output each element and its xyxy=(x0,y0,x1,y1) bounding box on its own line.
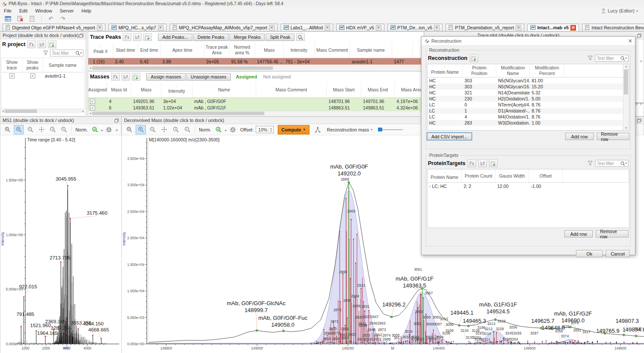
column-header[interactable]: ˆPeak # xyxy=(88,42,113,58)
zoom-in-icon[interactable] xyxy=(136,125,146,134)
dock-pin-icon[interactable] xyxy=(79,34,84,37)
export-grid-icon[interactable] xyxy=(132,73,140,81)
tab-close-icon[interactable]: ✕ xyxy=(570,25,576,31)
modification-row[interactable]: LC1D1(Amidated/-...8.76 xyxy=(427,108,629,114)
add-csv-import-button[interactable]: Add CSV import... xyxy=(427,133,472,140)
add-row-button[interactable]: Add row xyxy=(564,230,593,237)
toolbar-overflow-icon[interactable]: » xyxy=(115,127,119,132)
column-header[interactable]: Trace peak Area xyxy=(204,42,229,58)
zoom-prev-icon[interactable] xyxy=(170,125,181,134)
tab-close-icon[interactable]: ✕ xyxy=(158,25,164,31)
tab-ptm-de-ion-v5[interactable]: PTM_De...ion_v5✕ xyxy=(387,24,443,31)
filter-funnel-icon[interactable] xyxy=(588,161,593,166)
project-panel-header[interactable]: Project (double click to dock / undock) xyxy=(0,32,86,39)
unassign-masses-button[interactable]: Unassign masses xyxy=(186,73,231,81)
assign-masses-button[interactable]: Assign masses xyxy=(146,73,186,81)
redo-icon[interactable]: ↷ xyxy=(58,15,68,23)
compute-button[interactable]: Compute ▼ xyxy=(278,125,310,134)
reconstruction-filter-input[interactable]: Text filter ▾ xyxy=(595,55,629,62)
column-header[interactable]: Mass End xyxy=(361,82,395,97)
column-header[interactable]: Sample name xyxy=(43,58,83,72)
protein-targets-filter-input[interactable]: Text filter ▾ xyxy=(595,160,629,167)
sort-descending-icon[interactable] xyxy=(123,33,131,41)
tab-close-icon[interactable]: ✕ xyxy=(434,25,440,31)
column-header[interactable]: Mass Comment xyxy=(256,82,327,97)
column-header[interactable]: Gauss Width xyxy=(495,169,529,182)
trace-peak-row[interactable]: ›1 (15)3.405.423.892e+0591.58 %147756.45… xyxy=(88,58,424,65)
masses-view-assigned[interactable]: Assigned xyxy=(236,74,257,79)
tab-close-icon[interactable]: ✕ xyxy=(376,25,381,31)
offset-spinner[interactable]: 10%▲▼ xyxy=(256,126,274,133)
zoom-prev-icon[interactable] xyxy=(48,125,58,134)
settings-gear-icon[interactable] xyxy=(104,125,114,134)
menu-item-edit[interactable]: Edit xyxy=(15,8,31,13)
modification-row[interactable]: LC4M4(Oxidation/1...8.76 xyxy=(427,114,629,120)
export-grid-icon[interactable] xyxy=(143,33,152,41)
menu-item-server[interactable]: Server xyxy=(56,8,77,13)
settings-gear-icon[interactable] xyxy=(228,125,238,134)
peak-pick-icon[interactable] xyxy=(313,125,323,134)
filter-funnel-icon[interactable] xyxy=(588,56,593,61)
pan-icon[interactable] xyxy=(37,125,46,134)
project-filter-input[interactable]: Text filter ▾ xyxy=(50,50,84,56)
dialog-close-icon[interactable]: ✕ xyxy=(628,38,632,44)
modification-row[interactable]: HC303N5(NGlycan/16...15.20 xyxy=(427,84,629,90)
sample-row[interactable]: ✓✓avastin1-1 xyxy=(2,72,84,79)
sort-ascending-icon[interactable] xyxy=(478,159,487,167)
sort-ascending-icon[interactable] xyxy=(133,33,142,41)
user-menu[interactable]: Lucy (Editor) ▾ xyxy=(601,8,644,13)
offset-slider[interactable] xyxy=(378,126,403,134)
modification-row[interactable]: HC283W3(Dioxidation...1.00 xyxy=(427,120,629,126)
zoom-next-icon[interactable] xyxy=(182,125,192,134)
zoom-next-icon[interactable] xyxy=(59,125,69,134)
tab-close-icon[interactable]: ✕ xyxy=(325,25,330,31)
sort-ascending-icon[interactable] xyxy=(121,73,130,81)
filter-funnel-icon[interactable] xyxy=(43,50,48,56)
column-header[interactable]: Mass Id xyxy=(107,82,131,97)
find-peak-icon[interactable] xyxy=(296,33,305,41)
tab-mpq-hc-s-v5p7[interactable]: MPQ_HC...s_v5p7✕ xyxy=(108,24,167,31)
caret-down-icon[interactable]: ▾ xyxy=(225,127,227,132)
column-header[interactable]: Protein Position xyxy=(463,64,496,77)
tab-intact-reconstruction-bevacizumab-v5-report[interactable]: Intact Reconstruction Bevacizumab v5_rep… xyxy=(582,24,644,31)
column-header[interactable]: Apex time xyxy=(161,42,204,58)
trace-peaks-hscrollbar[interactable]: ◂ xyxy=(89,66,423,70)
column-header[interactable]: Modification Name xyxy=(496,64,530,77)
row-checkbox[interactable]: ✓ xyxy=(90,99,95,104)
tab-close-icon[interactable]: ✕ xyxy=(269,25,275,31)
tab-labs1-allmod[interactable]: Labs1_...AllMod✕ xyxy=(281,24,333,31)
column-header[interactable]: Normed area % xyxy=(229,42,255,58)
ok-button[interactable]: Ok xyxy=(576,250,603,257)
modification-row[interactable]: HC230H2(Oxidation/1...5.00 xyxy=(427,96,629,102)
modification-row[interactable]: HC321N14(Deamidate...5.32 xyxy=(427,90,629,96)
column-header[interactable]: Start time xyxy=(113,42,138,58)
column-header[interactable]: Modification Percent xyxy=(530,64,564,77)
column-header[interactable]: ˆIntensity xyxy=(161,82,192,97)
new-document-icon[interactable] xyxy=(28,15,37,23)
column-header[interactable]: Mass Comment xyxy=(315,42,350,58)
sort-descending-icon[interactable] xyxy=(111,73,120,81)
mass-row[interactable]: ✓4149201.963e+04mAb , G0F/G0F148701.9614… xyxy=(88,98,424,104)
column-header[interactable]: Intensity xyxy=(284,42,315,58)
norm-zoom-icon[interactable] xyxy=(90,125,100,134)
column-header[interactable]: Mass xyxy=(131,82,161,97)
dock-pin-icon[interactable] xyxy=(637,119,641,122)
dock-pin-icon[interactable] xyxy=(637,34,641,37)
delete-peaks-button[interactable]: Delete Peaks xyxy=(193,34,229,41)
ms1-panel-header[interactable]: MS1 (double click to dock / undock) xyxy=(0,117,121,124)
menu-item-file[interactable]: File xyxy=(0,8,15,13)
masses-hscrollbar[interactable]: ◂ xyxy=(89,111,423,116)
caret-down-icon[interactable]: ▾ xyxy=(101,127,103,132)
pan-icon[interactable] xyxy=(159,125,169,134)
column-header[interactable] xyxy=(563,169,629,182)
export-grid-icon[interactable] xyxy=(48,41,56,48)
sort-ascending-icon[interactable] xyxy=(37,41,46,48)
row-checkbox[interactable]: ✓ xyxy=(90,105,95,110)
remove-row-button[interactable]: Remove row xyxy=(596,230,629,237)
column-header[interactable]: Name xyxy=(192,82,256,97)
add-peaks--button[interactable]: Add Peaks... xyxy=(158,34,192,41)
column-header[interactable]: Sample name xyxy=(350,42,392,58)
tab-mpq-hcpassaymap-allmods-v5p7-report[interactable]: MPQ_HCPAssayMap_AllMods_v5p7_report✕ xyxy=(170,24,278,31)
close-document-icon[interactable] xyxy=(15,15,25,23)
column-header[interactable]: Offset xyxy=(529,169,563,182)
